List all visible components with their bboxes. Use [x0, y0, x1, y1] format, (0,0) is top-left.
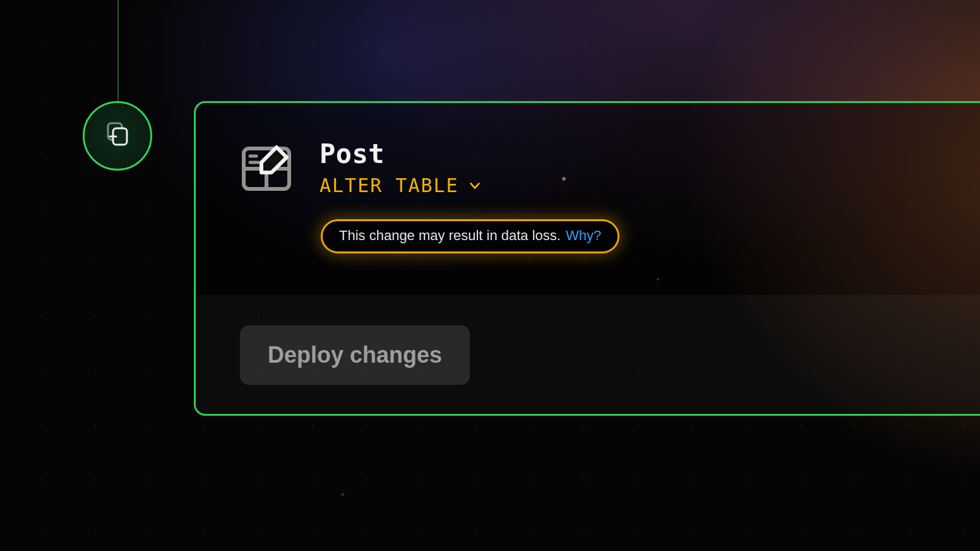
why-link[interactable]: Why? [566, 227, 601, 244]
data-loss-warning: This change may result in data loss. Why… [321, 219, 619, 253]
model-name: Post [320, 138, 482, 169]
spark-dot [341, 493, 344, 496]
table-edit-icon [240, 142, 293, 195]
panel-footer-section: Deploy changes [196, 295, 980, 415]
warning-text: This change may result in data loss. [339, 227, 561, 244]
timeline-line [117, 0, 119, 104]
operation-label: ALTER TABLE [320, 174, 459, 197]
operation-dropdown[interactable]: ALTER TABLE [320, 174, 482, 197]
migration-node [83, 101, 152, 171]
copy-stack-icon [102, 119, 133, 152]
panel-header-section: Post ALTER TABLE This change may result … [196, 103, 980, 295]
chevron-down-icon [468, 179, 482, 193]
migration-panel: Post ALTER TABLE This change may result … [194, 101, 980, 416]
deploy-changes-button[interactable]: Deploy changes [240, 325, 470, 385]
